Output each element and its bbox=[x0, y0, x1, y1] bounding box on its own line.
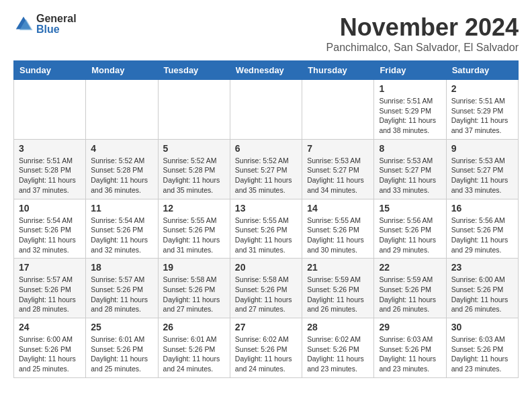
calendar-cell: 24Sunrise: 6:00 AM Sunset: 5:26 PM Dayli… bbox=[14, 318, 86, 378]
calendar-cell: 23Sunrise: 6:00 AM Sunset: 5:26 PM Dayli… bbox=[446, 259, 518, 318]
calendar-cell: 9Sunrise: 5:53 AM Sunset: 5:27 PM Daylig… bbox=[446, 139, 518, 199]
calendar-cell: 10Sunrise: 5:54 AM Sunset: 5:26 PM Dayli… bbox=[14, 199, 86, 259]
day-info: Sunrise: 5:51 AM Sunset: 5:28 PM Dayligh… bbox=[19, 156, 81, 195]
calendar-cell: 1Sunrise: 5:51 AM Sunset: 5:29 PM Daylig… bbox=[374, 80, 446, 140]
calendar-cell bbox=[86, 80, 158, 140]
calendar-cell bbox=[230, 80, 302, 140]
day-number: 1 bbox=[379, 83, 441, 94]
calendar-cell bbox=[14, 80, 86, 140]
logo: General Blue bbox=[13, 13, 77, 35]
day-number: 23 bbox=[451, 262, 513, 273]
day-info: Sunrise: 5:52 AM Sunset: 5:28 PM Dayligh… bbox=[163, 156, 225, 195]
day-number: 11 bbox=[91, 203, 152, 214]
header-day-tuesday: Tuesday bbox=[158, 61, 230, 80]
calendar-cell: 27Sunrise: 6:02 AM Sunset: 5:26 PM Dayli… bbox=[230, 318, 302, 378]
week-row-3: 10Sunrise: 5:54 AM Sunset: 5:26 PM Dayli… bbox=[14, 199, 519, 259]
calendar-cell: 18Sunrise: 5:57 AM Sunset: 5:26 PM Dayli… bbox=[86, 259, 158, 318]
day-info: Sunrise: 5:59 AM Sunset: 5:26 PM Dayligh… bbox=[379, 275, 441, 314]
day-info: Sunrise: 5:55 AM Sunset: 5:26 PM Dayligh… bbox=[235, 216, 297, 255]
day-number: 6 bbox=[235, 143, 297, 154]
header-day-friday: Friday bbox=[374, 61, 446, 80]
day-info: Sunrise: 5:58 AM Sunset: 5:26 PM Dayligh… bbox=[235, 275, 297, 314]
week-row-5: 24Sunrise: 6:00 AM Sunset: 5:26 PM Dayli… bbox=[14, 318, 519, 378]
day-number: 25 bbox=[91, 322, 152, 332]
day-info: Sunrise: 5:56 AM Sunset: 5:26 PM Dayligh… bbox=[379, 216, 441, 255]
logo-blue: Blue bbox=[36, 24, 77, 35]
calendar-cell: 20Sunrise: 5:58 AM Sunset: 5:26 PM Dayli… bbox=[230, 259, 302, 318]
day-info: Sunrise: 6:03 AM Sunset: 5:26 PM Dayligh… bbox=[379, 334, 441, 374]
day-number: 24 bbox=[19, 322, 81, 332]
header-area: General Blue November 2024 Panchimalco, … bbox=[13, 13, 519, 54]
day-info: Sunrise: 5:51 AM Sunset: 5:29 PM Dayligh… bbox=[379, 96, 441, 136]
calendar-cell: 13Sunrise: 5:55 AM Sunset: 5:26 PM Dayli… bbox=[230, 199, 302, 259]
day-number: 15 bbox=[379, 203, 441, 214]
calendar-cell: 22Sunrise: 5:59 AM Sunset: 5:26 PM Dayli… bbox=[374, 259, 446, 318]
day-info: Sunrise: 6:02 AM Sunset: 5:26 PM Dayligh… bbox=[235, 334, 297, 374]
calendar-table: SundayMondayTuesdayWednesdayThursdayFrid… bbox=[13, 60, 519, 378]
day-number: 22 bbox=[379, 262, 441, 273]
day-number: 28 bbox=[307, 322, 369, 332]
day-number: 16 bbox=[451, 203, 513, 214]
calendar-cell: 30Sunrise: 6:03 AM Sunset: 5:26 PM Dayli… bbox=[446, 318, 518, 378]
day-number: 18 bbox=[91, 262, 152, 273]
day-number: 3 bbox=[19, 143, 81, 154]
day-info: Sunrise: 6:01 AM Sunset: 5:26 PM Dayligh… bbox=[163, 334, 225, 374]
calendar-cell: 19Sunrise: 5:58 AM Sunset: 5:26 PM Dayli… bbox=[158, 259, 230, 318]
day-info: Sunrise: 5:59 AM Sunset: 5:26 PM Dayligh… bbox=[307, 275, 369, 314]
day-info: Sunrise: 6:01 AM Sunset: 5:26 PM Dayligh… bbox=[91, 334, 152, 374]
month-title: November 2024 bbox=[326, 13, 519, 42]
header-day-wednesday: Wednesday bbox=[230, 61, 302, 80]
day-number: 5 bbox=[163, 143, 225, 154]
calendar-cell: 25Sunrise: 6:01 AM Sunset: 5:26 PM Dayli… bbox=[86, 318, 158, 378]
calendar-cell: 7Sunrise: 5:53 AM Sunset: 5:27 PM Daylig… bbox=[302, 139, 374, 199]
day-info: Sunrise: 5:58 AM Sunset: 5:26 PM Dayligh… bbox=[163, 275, 225, 314]
day-number: 2 bbox=[451, 83, 513, 94]
week-row-4: 17Sunrise: 5:57 AM Sunset: 5:26 PM Dayli… bbox=[14, 259, 519, 318]
day-info: Sunrise: 5:57 AM Sunset: 5:26 PM Dayligh… bbox=[91, 275, 152, 314]
week-row-2: 3Sunrise: 5:51 AM Sunset: 5:28 PM Daylig… bbox=[14, 139, 519, 199]
calendar-cell: 14Sunrise: 5:55 AM Sunset: 5:26 PM Dayli… bbox=[302, 199, 374, 259]
title-area: November 2024 Panchimalco, San Salvador,… bbox=[326, 13, 519, 54]
calendar-cell: 11Sunrise: 5:54 AM Sunset: 5:26 PM Dayli… bbox=[86, 199, 158, 259]
day-number: 20 bbox=[235, 262, 297, 273]
day-info: Sunrise: 5:53 AM Sunset: 5:27 PM Dayligh… bbox=[307, 156, 369, 195]
day-info: Sunrise: 6:02 AM Sunset: 5:26 PM Dayligh… bbox=[307, 334, 369, 374]
day-info: Sunrise: 5:55 AM Sunset: 5:26 PM Dayligh… bbox=[163, 216, 225, 255]
calendar-cell: 12Sunrise: 5:55 AM Sunset: 5:26 PM Dayli… bbox=[158, 199, 230, 259]
day-info: Sunrise: 6:00 AM Sunset: 5:26 PM Dayligh… bbox=[451, 275, 513, 314]
day-number: 9 bbox=[451, 143, 513, 154]
header-row: SundayMondayTuesdayWednesdayThursdayFrid… bbox=[14, 61, 519, 80]
header-day-monday: Monday bbox=[86, 61, 158, 80]
day-info: Sunrise: 5:55 AM Sunset: 5:26 PM Dayligh… bbox=[307, 216, 369, 255]
calendar-cell: 16Sunrise: 5:56 AM Sunset: 5:26 PM Dayli… bbox=[446, 199, 518, 259]
day-number: 10 bbox=[19, 203, 81, 214]
calendar-cell: 2Sunrise: 5:51 AM Sunset: 5:29 PM Daylig… bbox=[446, 80, 518, 140]
day-number: 14 bbox=[307, 203, 369, 214]
calendar-cell: 21Sunrise: 5:59 AM Sunset: 5:26 PM Dayli… bbox=[302, 259, 374, 318]
day-info: Sunrise: 5:52 AM Sunset: 5:27 PM Dayligh… bbox=[235, 156, 297, 195]
day-info: Sunrise: 5:52 AM Sunset: 5:28 PM Dayligh… bbox=[91, 156, 152, 195]
calendar-cell: 6Sunrise: 5:52 AM Sunset: 5:27 PM Daylig… bbox=[230, 139, 302, 199]
calendar-header: SundayMondayTuesdayWednesdayThursdayFrid… bbox=[14, 61, 519, 80]
logo-general: General bbox=[36, 13, 77, 24]
calendar-cell bbox=[302, 80, 374, 140]
day-info: Sunrise: 5:56 AM Sunset: 5:26 PM Dayligh… bbox=[451, 216, 513, 255]
day-number: 12 bbox=[163, 203, 225, 214]
header-day-saturday: Saturday bbox=[446, 61, 518, 80]
day-info: Sunrise: 6:00 AM Sunset: 5:26 PM Dayligh… bbox=[19, 334, 81, 374]
calendar-cell: 15Sunrise: 5:56 AM Sunset: 5:26 PM Dayli… bbox=[374, 199, 446, 259]
calendar-cell: 4Sunrise: 5:52 AM Sunset: 5:28 PM Daylig… bbox=[86, 139, 158, 199]
calendar-body: 1Sunrise: 5:51 AM Sunset: 5:29 PM Daylig… bbox=[14, 80, 519, 378]
logo-icon bbox=[13, 14, 34, 34]
calendar-cell: 28Sunrise: 6:02 AM Sunset: 5:26 PM Dayli… bbox=[302, 318, 374, 378]
day-info: Sunrise: 5:54 AM Sunset: 5:26 PM Dayligh… bbox=[91, 216, 152, 255]
header-day-thursday: Thursday bbox=[302, 61, 374, 80]
calendar-cell: 29Sunrise: 6:03 AM Sunset: 5:26 PM Dayli… bbox=[374, 318, 446, 378]
day-info: Sunrise: 5:53 AM Sunset: 5:27 PM Dayligh… bbox=[379, 156, 441, 195]
day-info: Sunrise: 5:54 AM Sunset: 5:26 PM Dayligh… bbox=[19, 216, 81, 255]
header-day-sunday: Sunday bbox=[14, 61, 86, 80]
day-number: 29 bbox=[379, 322, 441, 332]
day-number: 13 bbox=[235, 203, 297, 214]
calendar-cell: 3Sunrise: 5:51 AM Sunset: 5:28 PM Daylig… bbox=[14, 139, 86, 199]
week-row-1: 1Sunrise: 5:51 AM Sunset: 5:29 PM Daylig… bbox=[14, 80, 519, 140]
